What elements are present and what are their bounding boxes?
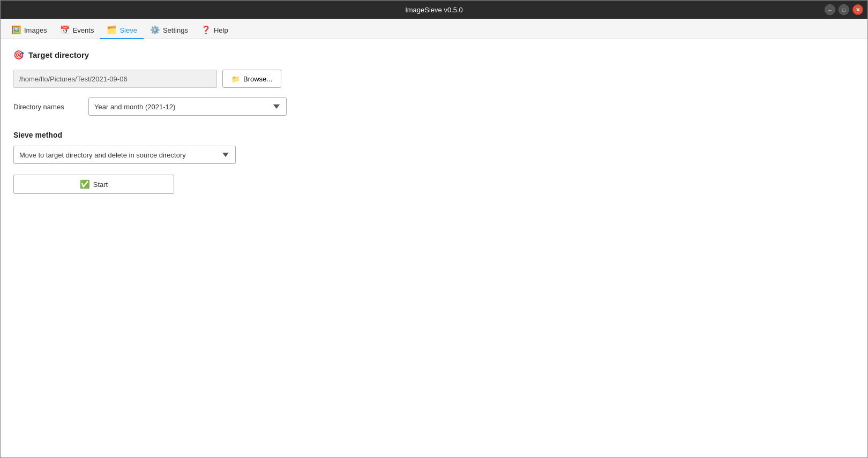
browse-icon: 📁	[231, 75, 240, 83]
path-row: 📁 Browse...	[13, 70, 855, 88]
app-window: ImageSieve v0.5.0 – □ ✕ 🖼️Images📅Events🗂…	[0, 0, 868, 458]
title-bar: ImageSieve v0.5.0 – □ ✕	[1, 1, 867, 19]
help-tab-icon: ❓	[201, 25, 211, 35]
start-label: Start	[93, 181, 108, 189]
directory-names-label: Directory names	[13, 103, 78, 111]
browse-button[interactable]: 📁 Browse...	[222, 70, 281, 88]
settings-tab-icon: ⚙️	[150, 25, 160, 35]
sieve-method-section: Sieve method Move to target directory an…	[13, 131, 855, 164]
start-checkbox-icon: ✅	[80, 179, 90, 189]
directory-names-row: Directory names Year and month (2021-12)…	[13, 97, 855, 116]
events-tab-label: Events	[73, 26, 94, 34]
events-tab-icon: 📅	[60, 25, 70, 35]
settings-tab-label: Settings	[163, 26, 188, 34]
maximize-button[interactable]: □	[839, 4, 849, 15]
tab-sieve[interactable]: 🗂️Sieve	[100, 22, 144, 39]
sieve-method-select[interactable]: Move to target directory and delete in s…	[13, 146, 236, 164]
path-input[interactable]	[13, 70, 217, 88]
main-content: 🎯 Target directory 📁 Browse... Directory…	[1, 39, 867, 457]
target-directory-heading: 🎯 Target directory	[13, 50, 855, 60]
help-tab-label: Help	[214, 26, 228, 34]
minimize-button[interactable]: –	[825, 4, 835, 15]
close-button[interactable]: ✕	[852, 4, 863, 15]
start-button[interactable]: ✅ Start	[13, 175, 174, 194]
tab-help[interactable]: ❓Help	[194, 22, 235, 39]
sieve-tab-icon: 🗂️	[107, 25, 117, 35]
images-tab-icon: 🖼️	[11, 25, 21, 35]
tab-settings[interactable]: ⚙️Settings	[144, 22, 194, 39]
target-directory-icon: 🎯	[13, 50, 24, 60]
tab-images[interactable]: 🖼️Images	[5, 22, 54, 39]
sieve-tab-label: Sieve	[119, 26, 137, 34]
sieve-method-title: Sieve method	[13, 131, 855, 139]
directory-names-select[interactable]: Year and month (2021-12)Year only (2021)…	[88, 97, 287, 116]
browse-label: Browse...	[243, 75, 272, 83]
target-directory-title: Target directory	[28, 50, 89, 59]
window-controls: – □ ✕	[825, 4, 863, 15]
images-tab-label: Images	[24, 26, 47, 34]
window-title: ImageSieve v0.5.0	[405, 6, 463, 14]
tab-events[interactable]: 📅Events	[54, 22, 101, 39]
menubar: 🖼️Images📅Events🗂️Sieve⚙️Settings❓Help	[1, 19, 867, 39]
